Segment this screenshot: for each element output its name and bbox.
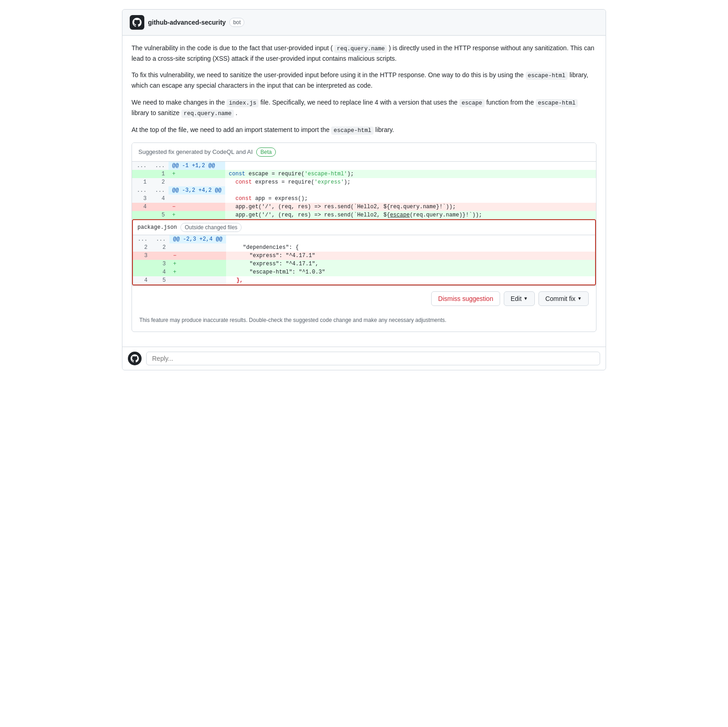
diff-line-num-left: 4	[133, 276, 151, 284]
diff-line-num-left: 4	[132, 203, 150, 211]
diff-code: },	[226, 276, 595, 284]
diff-line-num-right: 1	[150, 170, 169, 178]
diff-sign-cell: −	[169, 203, 225, 211]
paragraph-2: To fix this vulnerability, we need to sa…	[132, 70, 596, 90]
diff-sign-cell: +	[169, 170, 225, 178]
diff-sign-cell	[169, 178, 225, 186]
diff-code: app.get('/', (req, res) => res.send(`Hel…	[225, 211, 596, 219]
pkg-context-row-2: 4 5 },	[133, 276, 595, 284]
diff-hunk-code-2: @@ -3,2 +4,2 @@	[169, 186, 225, 195]
paragraph-4: At the top of the file, we need to add a…	[132, 125, 596, 135]
suggestion-header: Suggested fix generated by CodeQL and AI…	[132, 143, 596, 162]
diff-line-num-left: 3	[133, 252, 151, 260]
disclaimer-text: This feature may produce inaccurate resu…	[132, 311, 596, 332]
beta-badge: Beta	[256, 148, 276, 157]
diff-hunk-code: @@ -1 +1,2 @@	[169, 162, 225, 170]
diff-line-num-left	[133, 260, 151, 268]
diff-line-num-left	[133, 268, 151, 276]
pkg-context-row-1: 2 2 "dependencies": {	[133, 243, 595, 252]
diff-line-num-right: 4	[150, 195, 169, 203]
diff-line-num-right	[151, 252, 169, 260]
github-icon	[132, 18, 142, 27]
code-index-js: index.js	[227, 99, 258, 107]
action-row: Dismiss suggestion Edit ▼ Commit fix ▼	[132, 285, 596, 311]
diff-line-num-right: ...	[151, 235, 169, 243]
commit-fix-button[interactable]: Commit fix ▼	[538, 291, 589, 306]
diff-code: app.get('/', (req, res) => res.send(`Hel…	[225, 203, 596, 211]
pkg-add-row-1: 3 + "express": "^4.17.1",	[133, 260, 595, 268]
diff-line-num-left: ...	[133, 235, 151, 243]
commit-fix-label: Commit fix	[545, 294, 575, 303]
main-diff-table: ... ... @@ -1 +1,2 @@ 1 + const escape =…	[132, 162, 596, 219]
comment-block: github-advanced-security bot The vulnera…	[122, 9, 606, 370]
edit-caret-icon: ▼	[523, 294, 528, 303]
diff-line-num-right: 5	[150, 211, 169, 219]
diff-code: const escape = require('escape-html');	[225, 170, 596, 178]
diff-code: "escape-html": "^1.0.3"	[226, 268, 595, 276]
diff-code: "dependencies": {	[226, 243, 595, 252]
outside-changed-badge: Outside changed files	[180, 223, 241, 232]
package-filename: package.json	[137, 224, 177, 231]
commit-caret-icon: ▼	[577, 294, 582, 303]
comment-body: The vulnerability in the code is due to …	[122, 36, 606, 347]
diff-add-row-2: 5 + app.get('/', (req, res) => res.send(…	[132, 211, 596, 219]
diff-context-row: 1 2 const express = require('express');	[132, 178, 596, 186]
suggestion-box: Suggested fix generated by CodeQL and AI…	[132, 142, 596, 332]
code-req-query-name-2: req.query.name	[181, 110, 234, 118]
diff-line-num-left: 3	[132, 195, 150, 203]
diff-hunk-row-2: ... ... @@ -3,2 +4,2 @@	[132, 186, 596, 195]
diff-code: "express": "^4.17.1"	[226, 252, 595, 260]
diff-line-num-left	[132, 170, 150, 178]
edit-button[interactable]: Edit ▼	[504, 291, 535, 306]
diff-remove-row: 4 − app.get('/', (req, res) => res.send(…	[132, 203, 596, 211]
diff-line-num-right: ...	[150, 162, 169, 170]
diff-line-num-right: 3	[151, 260, 169, 268]
package-diff-table: ... ... @@ -2,3 +2,4 @@ 2 2 "dependencie…	[133, 235, 595, 284]
package-section-header: package.json Outside changed files	[133, 220, 595, 235]
diff-sign-cell: −	[169, 252, 226, 260]
comment-header: github-advanced-security bot	[122, 10, 606, 36]
diff-line-num-right: ...	[150, 186, 169, 195]
pkg-add-row-2: 4 + "escape-html": "^1.0.3"	[133, 268, 595, 276]
diff-context-row-2: 3 4 const app = express();	[132, 195, 596, 203]
reply-avatar	[128, 352, 142, 365]
diff-sign-cell	[169, 195, 225, 203]
username-label: github-advanced-security	[148, 19, 226, 26]
diff-line-num-right: 2	[151, 243, 169, 252]
diff-line-num-left: 2	[133, 243, 151, 252]
diff-line-num-right: 5	[151, 276, 169, 284]
diff-line-num-left: ...	[132, 186, 150, 195]
reply-row	[122, 347, 606, 370]
diff-hunk-row: ... ... @@ -1 +1,2 @@	[132, 162, 596, 170]
diff-sign-cell	[169, 276, 226, 284]
paragraph-1: The vulnerability in the code is due to …	[132, 43, 596, 63]
diff-sign-cell: +	[169, 260, 226, 268]
paragraph-3: We need to make changes in the index.js …	[132, 97, 596, 118]
code-escape: escape	[459, 99, 485, 107]
code-escape-html-2: escape-html	[536, 99, 578, 107]
diff-sign-cell: +	[169, 268, 226, 276]
suggestion-header-text: Suggested fix generated by CodeQL and AI	[138, 148, 253, 155]
diff-code: const express = require('express');	[225, 178, 596, 186]
diff-line-num-right	[150, 203, 169, 211]
diff-code: "express": "^4.17.1",	[226, 260, 595, 268]
reply-input[interactable]	[146, 352, 600, 365]
code-req-query-name-1: req.query.name	[334, 45, 387, 53]
pkg-hunk-row: ... ... @@ -2,3 +2,4 @@	[133, 235, 595, 243]
pkg-remove-row: 3 − "express": "^4.17.1"	[133, 252, 595, 260]
package-section: package.json Outside changed files ... .…	[132, 219, 596, 285]
diff-sign-cell	[169, 243, 226, 252]
diff-line-num-right: 4	[151, 268, 169, 276]
dismiss-button[interactable]: Dismiss suggestion	[431, 291, 500, 306]
diff-line-num-left: 1	[132, 178, 150, 186]
bot-badge: bot	[229, 18, 244, 27]
code-escape-html-1: escape-html	[526, 72, 568, 80]
pkg-hunk-code: @@ -2,3 +2,4 @@	[169, 235, 226, 243]
diff-line-num-left	[132, 211, 150, 219]
avatar	[130, 15, 144, 30]
reply-avatar-icon	[131, 354, 139, 363]
diff-code: const app = express();	[225, 195, 596, 203]
diff-sign-cell: +	[169, 211, 225, 219]
code-escape-html-3: escape-html	[331, 126, 374, 135]
edit-label: Edit	[511, 294, 522, 303]
